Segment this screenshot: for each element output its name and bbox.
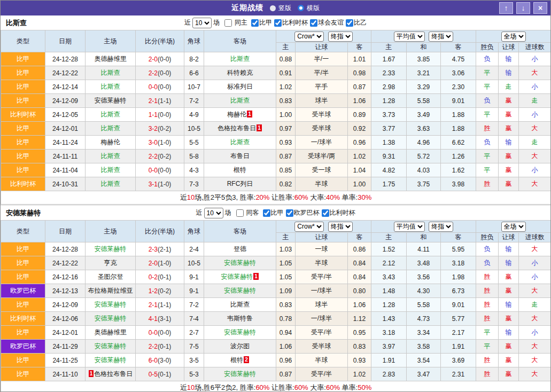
result-goals: 大 (519, 354, 551, 367)
match-corners-cell: 10-7 (184, 80, 204, 94)
avg-draw-odds: 4.96 (407, 136, 441, 150)
handicap-line: 半/一 (296, 52, 348, 66)
avg-home-odds: 1.48 (371, 284, 407, 298)
avg-home-odds: 1.91 (371, 354, 407, 367)
handicap-home-odds: 1.02 (276, 80, 296, 94)
league-checkbox[interactable] (274, 19, 282, 27)
result-outcome: 胜 (476, 177, 499, 191)
handicap-away-odds: 0.96 (348, 136, 371, 150)
summary-segment: 近 (180, 383, 187, 391)
handicap-home-odds: 1.06 (276, 340, 296, 354)
league-filter[interactable]: 比甲 (249, 18, 272, 27)
league-checkbox[interactable] (286, 209, 293, 217)
fulltime-score: 2-3 (149, 246, 158, 253)
summary-segment: 近 (180, 193, 187, 201)
match-score-cell: 2-2(0-0) (136, 66, 184, 80)
league-filter[interactable]: 球会友谊 (308, 18, 344, 27)
match-type-cell: 比甲 (1, 242, 45, 256)
match-home-team-cell: 奥德赫维里 (86, 52, 136, 66)
match-corners-cell: 3-5 (184, 354, 204, 367)
move-down-button[interactable]: ↓ (516, 2, 530, 14)
result-goals: 小 (519, 270, 551, 284)
league-checkbox[interactable] (251, 19, 259, 27)
handicap-line: 受平/半 (296, 367, 348, 381)
handicap-line: 半球 (296, 177, 348, 191)
summary-segment: 场,胜6平2负2, 胜率: (195, 383, 255, 391)
same-venue-checkbox[interactable] (224, 19, 232, 27)
close-button[interactable]: × (533, 2, 547, 14)
league-filter[interactable]: 比利时杯 (320, 208, 355, 217)
home-team-name: 比斯查 (101, 124, 120, 132)
bookmaker-select[interactable]: Crow* (294, 222, 324, 232)
avg-draw-odds: 5.58 (407, 94, 441, 108)
away-team-name: 科特赖克 (227, 69, 253, 76)
match-date-cell: 24-12-01 (45, 122, 86, 136)
league-filter[interactable]: 比乙 (344, 18, 367, 27)
away-team-name: 梅赫伦 (227, 111, 246, 118)
handicap-away-odds: 1.06 (348, 94, 371, 108)
match-home-team-cell: 比斯查 (86, 122, 136, 136)
scope-select[interactable]: 全场 (501, 32, 526, 42)
match-away-team-cell: 布鲁日 (204, 150, 276, 163)
fulltime-score: 3-1 (149, 181, 158, 188)
radio-icon[interactable] (270, 5, 276, 11)
average-time-select[interactable]: 终指 (429, 32, 453, 42)
match-tbody: 比甲24-12-28安德莱赫特2-3(2-1)2-4登德1.03一球0.861.… (1, 242, 551, 381)
layout-option-horizontal[interactable]: 横版 (298, 4, 320, 13)
league-checkbox[interactable] (346, 19, 353, 27)
handicap-away-odds: 0.98 (348, 66, 371, 80)
match-date-cell: 24-11-24 (45, 136, 86, 150)
fulltime-score: 3-2 (149, 125, 158, 132)
avg-home-odds: 3.18 (371, 326, 407, 340)
match-row: 比甲24-11-11比斯查2-2(0-2)5-8布鲁日0.87受球半/两1.02… (1, 150, 551, 163)
result-outcome: 平 (476, 340, 499, 354)
bookmaker-time-select[interactable]: 终指 (328, 32, 353, 42)
match-type-cell: 比甲 (1, 136, 45, 150)
average-select[interactable]: 平均值 (394, 32, 425, 42)
fulltime-score: 1-2 (149, 287, 158, 295)
halftime-score: (0-0) (158, 56, 171, 63)
match-date-cell: 24-10-31 (45, 177, 86, 191)
match-away-team-cell: 根特2 (204, 354, 276, 367)
away-team-name: 根特 (234, 166, 246, 174)
col-handicap-home: 主 (276, 233, 296, 242)
avg-away-odds: 3.98 (441, 177, 476, 191)
match-home-team-cell: 比斯查 (86, 80, 136, 94)
handicap-line: 受半球 (296, 108, 348, 122)
match-away-team-cell: 标准列日 (204, 80, 276, 94)
league-checkbox[interactable] (263, 209, 270, 217)
match-corners-cell: 10-5 (184, 256, 204, 270)
match-score-cell: 2-2(0-2) (136, 150, 184, 163)
radio-icon[interactable] (298, 5, 304, 11)
summary-segment: 单率: (340, 193, 358, 201)
summary-segment: 60% (294, 193, 308, 201)
match-corners-cell: 5-3 (184, 367, 204, 381)
league-filter[interactable]: 欧罗巴杯 (284, 208, 320, 217)
same-venue-checkbox[interactable] (236, 209, 244, 217)
bookmaker-time-select[interactable]: 终指 (328, 222, 353, 232)
col-goals: 进球数 (519, 43, 551, 52)
layout-option-vertical[interactable]: 竖版 (270, 4, 291, 13)
league-filter[interactable]: 比甲 (261, 208, 284, 217)
result-handicap: 输 (499, 326, 519, 340)
result-goals: 大 (519, 340, 551, 354)
move-up-button[interactable]: ↑ (499, 2, 513, 14)
league-checkbox[interactable] (322, 209, 329, 217)
col-avg-away: 客 (441, 233, 476, 242)
summary-segment: 让胜率: (269, 383, 294, 391)
result-goals: 走 (519, 94, 551, 108)
bookmaker-select[interactable]: Crow* (294, 32, 324, 42)
average-time-select[interactable]: 终指 (429, 222, 453, 232)
col-avg-draw: 和 (407, 233, 441, 242)
match-type-cell: 欧罗巴杯 (1, 340, 45, 354)
away-team-name: 标准列日 (227, 83, 253, 90)
match-count-select[interactable]: 10 (192, 18, 212, 28)
avg-away-odds: 6.73 (441, 284, 476, 298)
average-select[interactable]: 平均值 (394, 222, 425, 232)
league-filter[interactable]: 比利时杯 (272, 18, 308, 27)
scope-select[interactable]: 全场 (501, 222, 526, 232)
handicap-home-odds: 1.03 (276, 242, 296, 256)
match-count-select[interactable]: 10 (204, 208, 223, 218)
handicap-home-odds: 0.87 (276, 150, 296, 163)
league-checkbox[interactable] (310, 19, 317, 27)
